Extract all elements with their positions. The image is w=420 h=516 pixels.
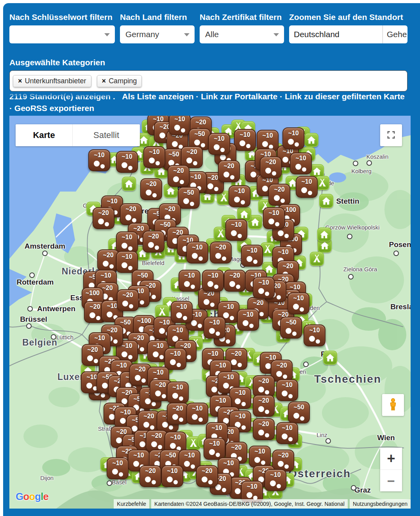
cluster-marker[interactable]: ~20 (93, 207, 114, 229)
cluster-dots-icon (145, 398, 151, 404)
cluster-marker[interactable]: ~10 (116, 151, 138, 173)
cluster-marker[interactable]: ~10 (304, 324, 325, 346)
house-marker[interactable] (323, 351, 337, 365)
results-count-link[interactable]: 2119 Standort(e) anzeigen . (9, 92, 115, 101)
cluster-marker[interactable]: ~10 (88, 149, 110, 171)
category-tag[interactable]: ×Unterkunftsanbieter (13, 75, 91, 87)
cluster-marker[interactable]: ~10 (179, 270, 200, 292)
remove-tag-icon[interactable]: × (18, 77, 22, 85)
cluster-marker[interactable]: ~10 (276, 379, 298, 401)
pegman-button[interactable] (382, 394, 404, 416)
cluster-marker[interactable]: ~10 (202, 270, 224, 292)
cluster-marker[interactable]: ~50 (280, 317, 302, 339)
cluster-marker[interactable]: ~10 (288, 292, 309, 314)
cluster-marker[interactable]: ~10 (169, 116, 191, 135)
cluster-marker[interactable]: ~10 (237, 309, 259, 331)
cluster-dots-icon (151, 441, 157, 447)
cluster-marker[interactable]: ~10 (234, 129, 256, 151)
cluster-marker[interactable]: ~20 (120, 203, 142, 225)
cluster-marker[interactable]: ~10 (263, 207, 285, 229)
fullscreen-button[interactable] (380, 124, 402, 146)
cluster-marker[interactable]: ~10 (296, 176, 318, 198)
cluster-marker[interactable]: ~10 (116, 251, 138, 273)
cluster-dots-icon (146, 190, 152, 195)
result-link[interactable]: GeoRSS exportieren (14, 104, 94, 113)
zoom-in-button[interactable]: + (380, 448, 402, 469)
house-marker[interactable] (319, 194, 333, 208)
cluster-marker[interactable]: ~10 (143, 146, 165, 168)
cluster-marker[interactable]: ~10 (241, 245, 263, 267)
tent-icon (219, 193, 229, 202)
cluster-marker[interactable]: ~20 (272, 450, 294, 471)
google-logo[interactable]: Google (16, 491, 48, 503)
cluster-dots-icon (207, 183, 213, 189)
cluster-dots-icon (215, 253, 221, 259)
cluster-marker[interactable]: ~20 (196, 465, 218, 487)
keyboard-shortcuts-link[interactable]: Kurzbefehle (114, 499, 149, 509)
cluster-marker[interactable]: ~20 (117, 289, 139, 311)
map-type-map-button[interactable]: Karte (16, 124, 72, 146)
cluster-dots-icon (220, 154, 226, 160)
cluster-marker[interactable]: ~20 (167, 403, 189, 425)
result-link[interactable]: Link zur Portalkarte (201, 92, 277, 101)
location-input[interactable] (289, 25, 382, 43)
tent-marker[interactable] (310, 252, 324, 266)
country-filter-select[interactable]: Germany (120, 25, 195, 43)
keyword-filter-select[interactable] (9, 25, 115, 43)
cluster-marker[interactable]: ~10 (204, 438, 225, 460)
cluster-marker[interactable]: ~50 (178, 187, 200, 209)
cluster-marker[interactable]: ~10 (171, 301, 193, 323)
cluster-marker[interactable]: ~10 (186, 242, 208, 263)
result-link[interactable]: Link zu dieser gefilterten Karte (285, 92, 405, 101)
cluster-marker[interactable]: ~10 (253, 277, 275, 299)
cluster-marker[interactable]: ~10 (276, 422, 298, 444)
cluster-marker[interactable]: ~10 (229, 387, 251, 409)
cluster-marker[interactable]: ~10 (164, 348, 186, 370)
zoom-out-button[interactable]: − (380, 469, 402, 491)
certificate-filter-select[interactable]: Alle (200, 25, 284, 43)
cluster-marker[interactable]: ~10 (282, 127, 304, 149)
cluster-marker[interactable]: ~10 (204, 317, 225, 339)
house-icon (239, 210, 249, 219)
cluster-marker[interactable]: ~10 (208, 133, 230, 155)
cluster-marker[interactable]: ~10 (107, 457, 129, 479)
house-marker[interactable] (317, 228, 331, 242)
house-marker[interactable] (122, 177, 136, 191)
cluster-marker[interactable]: ~20 (253, 418, 275, 440)
cluster-marker[interactable]: ~10 (167, 382, 189, 403)
cluster-count-label: ~10 (229, 188, 250, 195)
category-tag[interactable]: ×Camping (97, 75, 142, 87)
cluster-dots-icon (173, 176, 179, 182)
cluster-marker[interactable]: ~20 (143, 231, 164, 253)
cluster-marker[interactable]: ~20 (224, 270, 246, 292)
go-to-location-button[interactable]: Gehe (382, 25, 407, 43)
cluster-marker[interactable]: ~10 (186, 403, 208, 425)
cluster-marker[interactable]: ~10 (265, 469, 286, 491)
result-link[interactable]: Als Liste anzeigen (122, 92, 193, 101)
cluster-marker[interactable]: ~10 (225, 219, 247, 241)
cluster-dots-icon (282, 434, 288, 439)
cluster-marker[interactable]: ~10 (290, 152, 312, 174)
cluster-dots-icon (235, 398, 241, 404)
cluster-marker[interactable]: ~10 (229, 185, 250, 207)
cluster-marker[interactable]: ~20 (210, 242, 232, 263)
cluster-marker[interactable]: ~20 (268, 184, 290, 206)
cluster-marker[interactable]: ~20 (253, 395, 275, 417)
cluster-marker[interactable]: ~10 (116, 231, 138, 253)
map-canvas[interactable]: Karte Satellit + − Google Kurzbefehle (9, 116, 411, 509)
terms-of-use-link[interactable]: Nutzungsbedingungen (350, 499, 411, 509)
cluster-marker[interactable]: ~10 (161, 465, 183, 487)
house-marker[interactable] (304, 133, 318, 147)
cluster-marker[interactable]: ~20 (218, 160, 240, 182)
cluster-marker[interactable]: ~10 (249, 446, 271, 468)
cluster-count-label: ~10 (102, 198, 122, 205)
cluster-marker[interactable]: ~20 (168, 165, 189, 187)
remove-tag-icon[interactable]: × (102, 77, 106, 85)
cluster-marker[interactable]: ~20 (140, 178, 162, 200)
cluster-dots-icon (172, 141, 178, 147)
cluster-marker[interactable]: ~20 (260, 156, 282, 178)
map-type-satellite-button[interactable]: Satellit (72, 124, 140, 146)
cluster-marker[interactable]: ~50 (288, 401, 310, 423)
cluster-marker[interactable]: ~20 (253, 375, 275, 397)
cluster-marker[interactable]: ~20 (139, 465, 161, 487)
